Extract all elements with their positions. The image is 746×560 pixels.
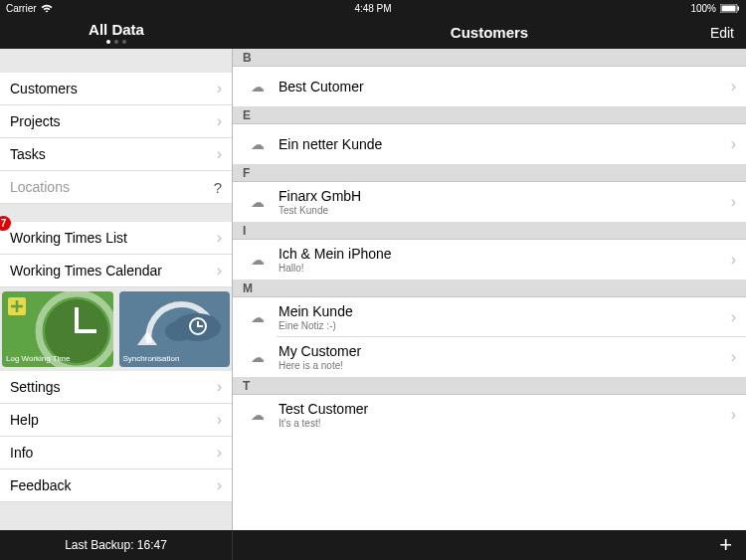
edit-button[interactable]: Edit: [710, 25, 734, 41]
chevron-right-icon: ›: [731, 193, 736, 211]
sync-tile[interactable]: Synchronisation: [119, 291, 231, 367]
sidebar-item-label: Settings: [10, 379, 217, 395]
nav-bar: All Data Customers Edit: [0, 16, 746, 49]
cloud-icon: [247, 194, 269, 210]
customer-name: Test Customer: [279, 401, 731, 417]
section-header: F: [233, 164, 746, 182]
chevron-right-icon: ›: [217, 229, 222, 247]
log-time-tile[interactable]: Log Working Time: [2, 291, 113, 367]
sidebar-item[interactable]: 7Working Times List›: [0, 222, 232, 255]
section-header: M: [233, 280, 746, 297]
sidebar-item-label: Locations: [10, 179, 214, 195]
customer-name: Ein netter Kunde: [279, 136, 731, 152]
customer-name: My Customer: [279, 343, 731, 359]
sidebar-item-label: Help: [10, 412, 217, 428]
chevron-right-icon: ›: [217, 411, 222, 429]
chevron-right-icon: ›: [217, 476, 222, 494]
cloud-icon: [247, 407, 269, 423]
customer-name: Finarx GmbH: [279, 188, 731, 204]
cloud-icon: [247, 136, 269, 152]
wifi-icon: [41, 4, 53, 13]
sidebar-item-label: Projects: [10, 113, 217, 129]
sidebar: Customers›Projects›Tasks›Locations? 7Wor…: [0, 49, 233, 530]
sidebar-item: Locations?: [0, 171, 232, 204]
customer-note: Test Kunde: [279, 205, 731, 216]
customer-name: Mein Kunde: [279, 303, 731, 319]
status-bar: Carrier 4:48 PM 100%: [0, 0, 746, 16]
cloud-icon: [247, 349, 269, 365]
page-title: Customers: [451, 24, 528, 41]
add-button[interactable]: +: [233, 530, 746, 560]
cloud-icon: [247, 309, 269, 325]
sidebar-item-label: Customers: [10, 81, 217, 96]
sidebar-item[interactable]: Customers›: [0, 73, 232, 105]
badge: 7: [0, 216, 11, 231]
sidebar-item[interactable]: Projects›: [0, 105, 232, 138]
nav-left: All Data: [0, 16, 233, 49]
customer-row[interactable]: My CustomerHere is a note!›: [233, 337, 746, 377]
chevron-right-icon: ›: [217, 444, 222, 462]
chevron-right-icon: ›: [217, 112, 222, 130]
toolbar: Last Backup: 16:47 +: [0, 530, 746, 560]
sidebar-item[interactable]: Working Times Calendar›: [0, 255, 232, 287]
customer-name: Best Cutomer: [279, 79, 731, 94]
customer-note: Eine Notiz :-): [279, 320, 731, 331]
svg-rect-7: [75, 329, 96, 333]
chevron-right-icon: ›: [731, 251, 736, 269]
section-header: T: [233, 377, 746, 395]
svg-point-9: [165, 321, 193, 341]
section-header: I: [233, 222, 746, 240]
carrier-label: Carrier: [6, 3, 37, 14]
sidebar-item[interactable]: Help›: [0, 404, 232, 437]
chevron-right-icon: ›: [731, 348, 736, 366]
customer-note: Hallo!: [279, 263, 731, 274]
customer-row[interactable]: Ein netter Kunde›: [233, 124, 746, 164]
svg-rect-2: [738, 6, 740, 10]
section-header: E: [233, 106, 746, 124]
tile-label: Log Working Time: [6, 354, 70, 363]
chevron-right-icon: ›: [217, 262, 222, 280]
customer-row[interactable]: Best Cutomer›: [233, 67, 746, 106]
sidebar-item[interactable]: Settings›: [0, 371, 232, 404]
sidebar-item[interactable]: Feedback›: [0, 469, 232, 502]
customer-row[interactable]: Finarx GmbHTest Kunde›: [233, 182, 746, 222]
customer-row[interactable]: Ich & Mein iPhoneHallo!›: [233, 240, 746, 280]
chevron-right-icon: ›: [731, 308, 736, 326]
tile-label: Synchronisation: [123, 354, 180, 363]
sidebar-item-label: Feedback: [10, 477, 217, 493]
battery-percent: 100%: [690, 3, 716, 14]
sidebar-item-label: Working Times Calendar: [10, 263, 217, 279]
battery-icon: [720, 4, 740, 13]
sidebar-item[interactable]: Tasks›: [0, 138, 232, 171]
cloud-icon: [247, 252, 269, 268]
chevron-right-icon: ›: [731, 78, 736, 95]
sidebar-item-label: Working Times List: [10, 230, 217, 246]
sidebar-item[interactable]: Info›: [0, 437, 232, 469]
chevron-right-icon: ›: [731, 406, 736, 424]
clock: 4:48 PM: [354, 3, 391, 14]
customer-row[interactable]: Test CustomerIt's a test!›: [233, 395, 746, 435]
customer-note: It's a test!: [279, 418, 731, 429]
sidebar-title: All Data: [89, 21, 144, 38]
backup-status[interactable]: Last Backup: 16:47: [0, 530, 233, 560]
customer-note: Here is a note!: [279, 360, 731, 371]
customer-name: Ich & Mein iPhone: [279, 246, 731, 262]
sidebar-item-label: Info: [10, 445, 217, 461]
page-dots[interactable]: [106, 40, 126, 44]
cloud-icon: [247, 79, 269, 94]
svg-rect-1: [722, 5, 736, 11]
chevron-right-icon: ›: [217, 378, 222, 396]
chevron-right-icon: ›: [731, 135, 736, 153]
customer-list[interactable]: BBest Cutomer›EEin netter Kunde›FFinarx …: [233, 49, 746, 530]
section-header: B: [233, 49, 746, 67]
nav-right: Customers Edit: [233, 16, 746, 49]
customer-row[interactable]: Mein KundeEine Notiz :-)›: [233, 297, 746, 337]
chevron-right-icon: ›: [217, 145, 222, 163]
chevron-right-icon: ›: [217, 80, 222, 97]
sidebar-item-label: Tasks: [10, 146, 217, 162]
help-icon[interactable]: ?: [214, 179, 222, 196]
